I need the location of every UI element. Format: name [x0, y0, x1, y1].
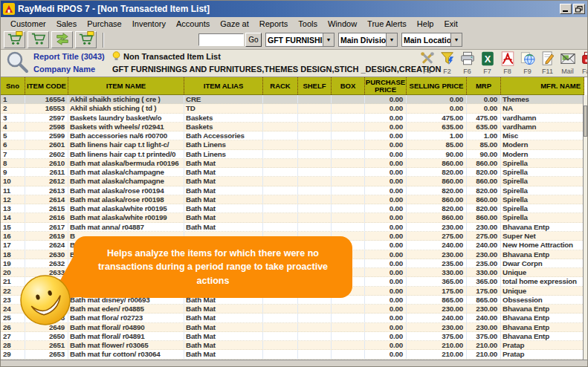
column-item-code[interactable]: ITEM CODE	[25, 77, 68, 94]
transfer-arrows-button[interactable]	[51, 31, 73, 48]
purchase-cart-icon	[78, 31, 94, 48]
quick-search-input[interactable]	[198, 33, 244, 46]
cart-icon	[30, 31, 47, 48]
table-row[interactable]: 132615Bath mat alaska/white r00195Bath M…	[1, 204, 584, 213]
app-icon	[3, 3, 15, 15]
menu-customer[interactable]: Customer	[5, 19, 51, 29]
restore-button[interactable]	[573, 4, 585, 14]
menu-help[interactable]: Help	[412, 19, 439, 29]
menu-gaze-at[interactable]: Gaze at	[215, 19, 254, 29]
table-row[interactable]: 102612Bath mat alaska/champagneBath Mat0…	[1, 177, 584, 186]
company-name-value: GFT FURNISHINGS AND FURNITURES,THEMES DE…	[112, 65, 441, 74]
table-row[interactable]: 216553Akhil shiakh stiching ( td )TD0.00…	[1, 104, 584, 113]
window-title: RayMedi RPOS 7 - [Non Transacted Item Li…	[18, 4, 560, 14]
menu-window[interactable]: Window	[323, 19, 362, 29]
bottom-strip	[1, 360, 587, 367]
filter-icon	[439, 51, 456, 67]
report-title-value: Non Transacted Item List	[123, 52, 221, 61]
menu-true-alerts[interactable]: True Alerts	[362, 19, 412, 29]
purchase-cart-button[interactable]	[75, 31, 97, 48]
column-item-name[interactable]: ITEM NAME	[68, 77, 184, 94]
action-f7[interactable]: XF7	[477, 51, 497, 75]
table-row[interactable]: 272650Bath mat floral/ r04891Bath Mat0.0…	[1, 332, 584, 341]
menu-accounts[interactable]: Accounts	[171, 19, 215, 29]
go-button[interactable]: Go	[245, 33, 262, 47]
table-row[interactable]: 92611Bath mat alaska/champagneBath Mat0.…	[1, 168, 584, 177]
company-name-label: Company Name	[33, 64, 112, 75]
report-title-label: Report Title (3043)	[33, 51, 112, 62]
column-item-alias[interactable]: ITEM ALIAS	[184, 77, 263, 94]
table-row[interactable]: 62601Bath linens hair cap t.t light-c/Ba…	[1, 140, 584, 149]
action-f8[interactable]: F8	[497, 51, 517, 75]
table-row[interactable]: 52599Bath accessories na/6 r00700Bath Ac…	[1, 131, 584, 140]
location-select[interactable]: Main Location ▼	[401, 33, 462, 47]
svg-text:X: X	[484, 53, 491, 65]
report-table: Sno ITEM CODE ITEM NAME ITEM ALIAS RACK …	[1, 77, 587, 360]
column-purchase-price[interactable]: PURCHASE PRICE	[365, 77, 407, 94]
search-icon	[5, 50, 32, 77]
column-selling-price[interactable]: SELLING PRICE	[407, 77, 467, 94]
html-globe-icon	[520, 51, 536, 67]
table-row[interactable]: 122614Bath mat alaska/rose r00198Bath Ma…	[1, 195, 584, 204]
vertical-scrollbar[interactable]	[583, 95, 587, 360]
table-row[interactable]: 292653Bath mat fur cotton/ r03064Bath Ma…	[1, 350, 584, 359]
menu-reports[interactable]: Reports	[254, 19, 294, 29]
tools-icon	[419, 51, 436, 67]
toolbar-separator	[103, 33, 104, 48]
table-row[interactable]: 282651Bath mat flower/ r03065Bath Mat0.0…	[1, 341, 584, 350]
table-row[interactable]: 116554Akhil shaikh stiching ( cre )CRE0.…	[1, 95, 584, 104]
action-mail[interactable]: Mail	[558, 51, 578, 75]
pdf-icon	[500, 51, 516, 67]
action-f11[interactable]: F11	[537, 51, 558, 75]
excel-icon: X	[479, 51, 496, 67]
menu-bar: CustomerSalesPurchaseInventoryAccountsGa…	[1, 17, 587, 30]
column-sno[interactable]: Sno	[1, 77, 25, 94]
table-row[interactable]: 252648Bath mat flora/ r02723Bath Mat0.00…	[1, 314, 584, 322]
report-header: Report Title (3043)Non Transacted Item L…	[1, 50, 587, 77]
table-row[interactable]: 142616Bath mat alaska/white r00199Bath M…	[1, 213, 584, 222]
chevron-down-icon: ▼	[323, 33, 334, 46]
edit-icon	[540, 51, 556, 67]
division-select[interactable]: Main Division ▼	[338, 33, 398, 47]
app-window: RayMedi RPOS 7 - [Non Transacted Item Li…	[0, 0, 588, 367]
table-row[interactable]: 242647Bath mat eden/ r04885Bath Mat0.002…	[1, 305, 584, 314]
action-f2[interactable]: F2	[437, 51, 457, 75]
action-f6[interactable]: F6	[457, 51, 477, 75]
smiley-emoticon	[19, 273, 72, 327]
column-mrp[interactable]: MRP	[467, 77, 501, 94]
table-row[interactable]: 72602Bath linens hair cap t.t printed/0B…	[1, 150, 584, 159]
action-f9[interactable]: F9	[517, 51, 537, 75]
action-fax[interactable]: Fax	[578, 51, 588, 75]
column-rack[interactable]: RACK	[263, 77, 298, 94]
toolbar-cart-buttons	[4, 31, 99, 48]
menu-inventory[interactable]: Inventory	[127, 19, 171, 29]
lightbulb-icon	[112, 51, 121, 64]
table-row[interactable]: 32597Baskets laundry basket/w/oBaskets0.…	[1, 114, 584, 123]
menu-sales[interactable]: Sales	[51, 19, 83, 29]
column-box[interactable]: BOX	[332, 77, 365, 94]
table-row[interactable]: 152617Bath mat anna/ r04887Bath Mat0.002…	[1, 223, 584, 232]
menu-purchase[interactable]: Purchase	[82, 19, 126, 29]
chevron-down-icon: ▼	[450, 33, 462, 46]
column-mfr-name[interactable]: MFR. NAME	[501, 77, 584, 94]
table-row[interactable]: 42598Baskets with wheels/ r02941Baskets0…	[1, 123, 584, 131]
column-shelf[interactable]: SHELF	[298, 77, 332, 94]
company-select[interactable]: GFT FURNISHINGS ▼	[265, 33, 335, 47]
table-row[interactable]: 112613Bath mat alaska/rose r00194Bath Ma…	[1, 186, 584, 195]
action-f4[interactable]: F4	[417, 51, 437, 75]
minimize-button[interactable]	[560, 4, 572, 14]
mail-icon	[560, 51, 576, 67]
scrollbar-thumb[interactable]	[584, 105, 587, 137]
cart-button[interactable]	[28, 31, 49, 48]
table-row[interactable]: 82610Bath mat alaska/bermuda r00196Bath …	[1, 159, 584, 168]
table-row[interactable]: 262649Bath mat floral/ r04890Bath Mat0.0…	[1, 323, 584, 332]
menu-exit[interactable]: Exit	[439, 19, 462, 29]
main-toolbar: Go GFT FURNISHINGS ▼ Main Division ▼ Mai…	[1, 30, 587, 50]
menu-tools[interactable]: Tools	[293, 19, 323, 29]
fax-icon	[580, 51, 588, 67]
sale-cart-button[interactable]	[4, 31, 25, 48]
sale-cart-icon	[7, 31, 23, 48]
callout-text: Helps analyze the items for which there …	[74, 244, 352, 290]
title-bar: RayMedi RPOS 7 - [Non Transacted Item Li…	[1, 1, 587, 17]
callout-bubble: Helps analyze the items for which there …	[74, 236, 352, 298]
